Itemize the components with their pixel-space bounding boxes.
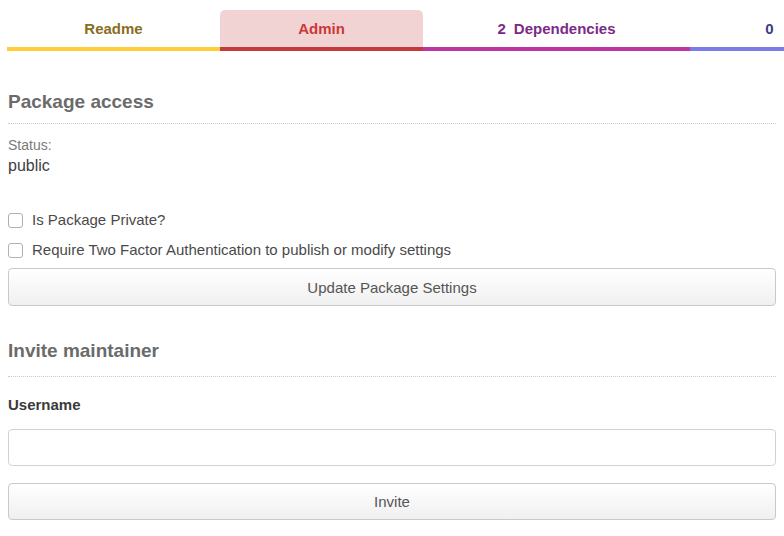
invite-maintainer-title: Invite maintainer [8, 339, 776, 363]
invite-button[interactable]: Invite [8, 483, 776, 520]
tab-readme-label: Readme [84, 20, 142, 37]
status-label: Status: [8, 137, 776, 154]
tab-dependents[interactable]: 0 [690, 10, 784, 51]
status-value: public [8, 156, 776, 176]
username-label: Username [8, 396, 776, 414]
update-package-settings-button[interactable]: Update Package Settings [8, 268, 776, 306]
private-package-checkbox[interactable] [8, 213, 23, 228]
tab-readme[interactable]: Readme [7, 10, 220, 51]
tab-dependencies[interactable]: 2 Dependencies [423, 10, 690, 51]
tab-admin[interactable]: Admin [220, 10, 423, 51]
tab-dependencies-count: 2 [497, 20, 505, 37]
private-package-checkbox-row[interactable]: Is Package Private? [8, 211, 776, 229]
username-input[interactable] [8, 429, 776, 466]
two-factor-checkbox[interactable] [8, 243, 23, 258]
package-access-title: Package access [8, 90, 776, 114]
tab-admin-label: Admin [298, 20, 345, 37]
tab-dependencies-label: Dependencies [514, 20, 616, 37]
package-access-section: Package access Status: public Is Package… [8, 90, 776, 306]
tab-bar: Readme Admin 2 Dependencies 0 [7, 10, 784, 51]
invite-maintainer-section: Invite maintainer Username Invite [8, 339, 776, 520]
private-package-checkbox-label: Is Package Private? [32, 211, 165, 229]
two-factor-checkbox-row[interactable]: Require Two Factor Authentication to pub… [8, 241, 776, 259]
section-divider [8, 376, 776, 377]
section-divider [8, 123, 776, 124]
two-factor-checkbox-label: Require Two Factor Authentication to pub… [32, 241, 451, 259]
tab-dependents-count: 0 [765, 20, 773, 37]
